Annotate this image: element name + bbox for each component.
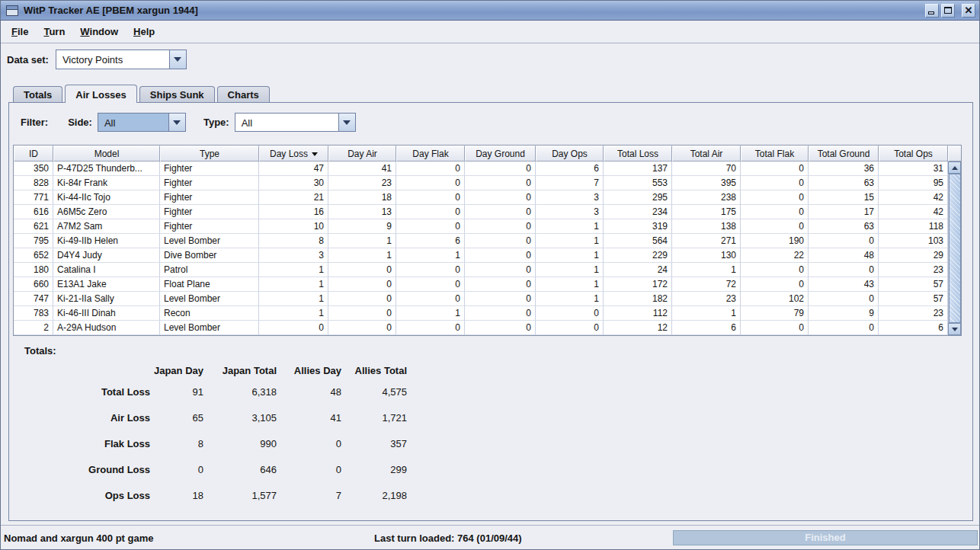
table-cell[interactable]: 172 [604,277,672,292]
table-cell[interactable]: 0 [741,161,809,176]
table-row[interactable]: 795Ki-49-IIb HelenLevel Bomber8160156427… [14,234,948,248]
table-cell[interactable]: 0 [809,263,879,277]
column-header-day-air[interactable]: Day Air [328,145,396,161]
table-cell[interactable]: 7 [536,176,604,190]
scrollbar-track[interactable] [948,174,961,323]
table-cell[interactable]: 23 [672,292,741,306]
menu-help[interactable]: Help [126,22,162,41]
table-cell[interactable]: 621 [14,219,53,234]
table-cell[interactable]: 1 [259,277,328,292]
table-cell[interactable]: 0 [741,321,809,335]
table-cell[interactable]: 1 [259,292,328,306]
table-cell[interactable]: Fighter [160,205,259,219]
table-cell[interactable]: Dive Bomber [160,248,259,263]
dataset-combo[interactable]: Victory Points [56,50,187,69]
table-cell[interactable]: 0 [465,321,536,335]
table-cell[interactable]: 15 [809,190,879,205]
table-cell[interactable]: 0 [396,321,465,335]
table-cell[interactable]: Ki-44-IIc Tojo [53,190,160,205]
table-cell[interactable]: 295 [604,190,672,205]
type-filter-button[interactable] [338,114,355,131]
table-cell[interactable]: Ki-21-IIa Sally [53,292,160,306]
table-cell[interactable]: 0 [396,277,465,292]
table-cell[interactable]: 350 [14,161,53,176]
table-row[interactable]: 771Ki-44-IIc TojoFighter2118003295238015… [14,190,948,205]
table-cell[interactable]: 0 [465,161,536,176]
table-cell[interactable]: 190 [741,234,809,248]
table-cell[interactable]: 0 [396,176,465,190]
table-cell[interactable]: Catalina I [53,263,160,277]
tab-charts[interactable]: Charts [217,86,270,102]
table-cell[interactable]: 0 [465,248,536,263]
table-cell[interactable]: 1 [536,248,604,263]
table-cell[interactable]: 0 [328,263,396,277]
table-cell[interactable]: 57 [879,277,948,292]
table-cell[interactable]: 0 [465,190,536,205]
table-cell[interactable]: 0 [396,219,465,234]
table-cell[interactable]: Level Bomber [160,234,259,248]
table-cell[interactable]: 118 [879,219,948,234]
table-row[interactable]: 783Ki-46-III DinahRecon10100112179923 [14,306,948,321]
column-header-day-ground[interactable]: Day Ground [465,145,536,161]
table-cell[interactable]: 182 [604,292,672,306]
table-cell[interactable]: 8 [259,234,328,248]
table-cell[interactable]: 1 [536,292,604,306]
title-bar[interactable]: WitP Tracker AE [PBEM xargun 1944] ✕ [1,1,979,21]
table-cell[interactable]: 63 [809,176,879,190]
table-cell[interactable]: 63 [809,219,879,234]
column-header-type[interactable]: Type [160,145,259,161]
column-header-total-flak[interactable]: Total Flak [741,145,809,161]
table-cell[interactable]: 17 [809,205,879,219]
side-filter-button[interactable] [168,114,185,131]
table-cell[interactable]: 103 [879,234,948,248]
table-cell[interactable]: 12 [604,321,672,335]
table-cell[interactable]: 1 [672,306,741,321]
table-row[interactable]: 180Catalina IPatrol100012410023 [14,263,948,277]
scroll-up-button[interactable] [948,161,961,174]
table-cell[interactable]: 616 [14,205,53,219]
table-cell[interactable]: 0 [809,234,879,248]
table-cell[interactable]: Ki-84r Frank [53,176,160,190]
table-cell[interactable]: 0 [741,205,809,219]
column-header-total-air[interactable]: Total Air [672,145,741,161]
table-cell[interactable]: 0 [465,234,536,248]
vertical-scrollbar[interactable] [948,145,961,335]
table-cell[interactable]: 0 [741,219,809,234]
table-cell[interactable]: 771 [14,190,53,205]
table-cell[interactable]: 0 [741,190,809,205]
table-row[interactable]: 350P-47D25 Thunderb...Fighter47410061377… [14,161,948,176]
column-header-day-loss[interactable]: Day Loss [259,145,328,161]
table-cell[interactable]: 6 [879,321,948,335]
table-cell[interactable]: 783 [14,306,53,321]
table-row[interactable]: 2A-29A HudsonLevel Bomber00000126006 [14,321,948,335]
table-cell[interactable]: 10 [259,219,328,234]
table-cell[interactable]: 0 [741,263,809,277]
table-cell[interactable]: 0 [396,161,465,176]
menu-file[interactable]: File [4,22,36,41]
table-cell[interactable]: 828 [14,176,53,190]
table-cell[interactable]: 795 [14,234,53,248]
table-cell[interactable]: 16 [259,205,328,219]
table-cell[interactable]: 24 [604,263,672,277]
scrollbar-thumb[interactable] [949,174,961,323]
table-row[interactable]: 621A7M2 SamFighter109001319138063118 [14,219,948,234]
table-cell[interactable]: 0 [741,277,809,292]
table-cell[interactable]: 0 [741,176,809,190]
table-cell[interactable]: 22 [741,248,809,263]
column-header-model[interactable]: Model [53,145,160,161]
table-cell[interactable]: 1 [396,306,465,321]
table-cell[interactable]: 0 [809,321,879,335]
table-cell[interactable]: 6 [396,234,465,248]
table-cell[interactable]: 553 [604,176,672,190]
table-cell[interactable]: 180 [14,263,53,277]
table-cell[interactable]: 1 [328,234,396,248]
table-cell[interactable]: 3 [259,248,328,263]
table-cell[interactable]: 0 [536,306,604,321]
table-cell[interactable]: 0 [465,263,536,277]
table-cell[interactable]: 79 [741,306,809,321]
table-cell[interactable]: 13 [328,205,396,219]
table-cell[interactable]: 0 [465,306,536,321]
scroll-down-button[interactable] [948,323,961,335]
column-header-total-ground[interactable]: Total Ground [809,145,879,161]
table-cell[interactable]: 319 [604,219,672,234]
